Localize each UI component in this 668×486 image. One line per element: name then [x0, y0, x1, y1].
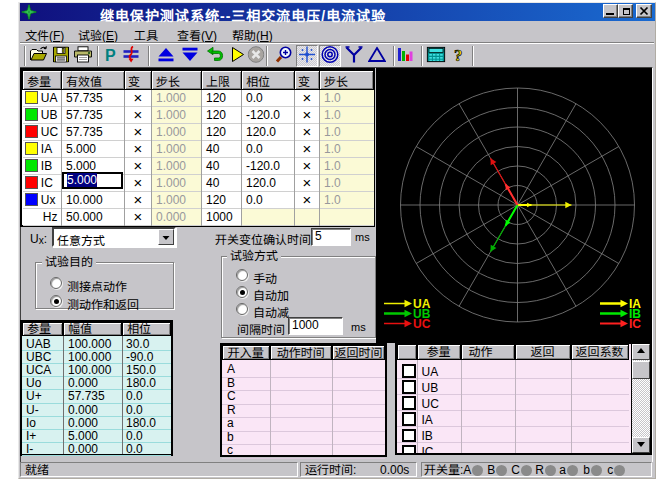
svg-text:?: ? [454, 46, 463, 63]
svg-text:UC: UC [413, 317, 431, 331]
svg-text:IC: IC [629, 317, 641, 331]
svg-text:P: P [105, 47, 116, 64]
